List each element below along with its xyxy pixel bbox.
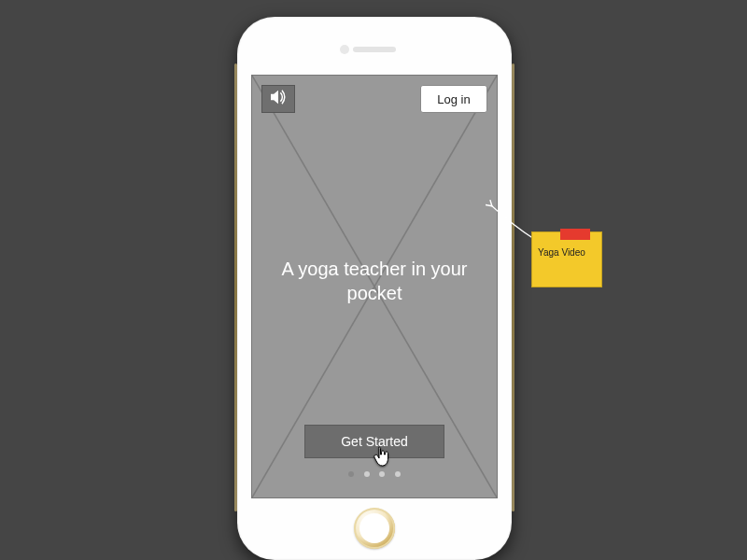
phone-speaker [353,47,396,52]
get-started-button[interactable]: Get Started [304,425,444,458]
get-started-label: Get Started [341,434,408,449]
page-indicator[interactable] [252,464,497,481]
app-screen: Log in A yoga teacher in your pocket Get… [251,75,498,498]
page-dot[interactable] [364,471,370,477]
page-dot[interactable] [395,471,401,477]
headline-text: A yoga teacher in your pocket [252,257,497,305]
phone-frame: Log in A yoga teacher in your pocket Get… [237,17,512,560]
sound-toggle-button[interactable] [261,85,295,113]
sticky-note-tab [560,229,590,240]
page-dot[interactable] [379,471,385,477]
speaker-icon [269,90,288,108]
home-button[interactable] [354,508,395,549]
annotation-sticky-note[interactable]: Yaga Video [531,231,602,287]
sticky-note-text: Yaga Video [538,247,585,258]
page-dot[interactable] [348,471,354,477]
login-button-label: Log in [437,92,470,106]
phone-camera [340,45,349,54]
login-button[interactable]: Log in [420,85,487,113]
